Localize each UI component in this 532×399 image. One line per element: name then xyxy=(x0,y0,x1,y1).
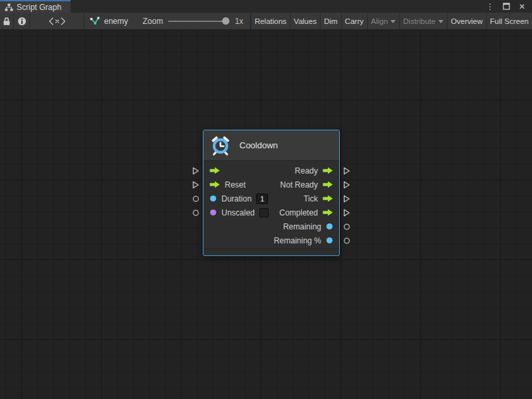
node-footer xyxy=(203,249,339,255)
tab-script-graph[interactable]: Script Graph xyxy=(0,0,70,13)
output-port-completed: Completed xyxy=(279,208,333,217)
toolbar-button-distribute[interactable]: Distribute xyxy=(399,13,447,29)
external-flow-output-port[interactable] xyxy=(343,194,350,203)
chevron-down-icon xyxy=(390,20,396,23)
external-flow-input-port[interactable] xyxy=(192,180,200,189)
external-flow-output-port[interactable] xyxy=(343,166,350,175)
flow-input-port-icon[interactable] xyxy=(209,181,220,188)
node-title: Cooldown xyxy=(239,140,278,150)
flow-output-port-icon[interactable] xyxy=(323,209,333,216)
toolbar-button-carry[interactable]: Carry xyxy=(341,13,367,29)
port-label: Reset xyxy=(225,180,245,190)
output-port-ready: Ready xyxy=(295,166,333,176)
window-close-icon[interactable]: ✕ xyxy=(517,2,527,11)
external-value-output-port[interactable] xyxy=(343,223,350,230)
value-input-port-icon[interactable] xyxy=(209,209,217,216)
external-value-input-port[interactable] xyxy=(192,209,200,216)
toolbar-button-label: Dim xyxy=(324,17,337,25)
info-circle-icon xyxy=(17,17,27,26)
flow-output-port-icon[interactable] xyxy=(323,195,333,202)
graph-breadcrumb[interactable]: enemy xyxy=(84,13,134,29)
port-row: Remaining xyxy=(203,219,339,233)
port-label: Duration xyxy=(221,194,251,203)
zoom-slider[interactable] xyxy=(168,17,229,25)
window-menu-icon[interactable]: ⋮ xyxy=(485,2,495,11)
external-value-output-port[interactable] xyxy=(343,237,350,244)
info-button[interactable] xyxy=(14,13,30,29)
port-row: Ready xyxy=(203,164,339,178)
external-value-input-port[interactable] xyxy=(192,195,200,202)
tab-bar: Script Graph ⋮ ✕ xyxy=(0,0,532,13)
toolbar-buttons: RelationsValuesDimCarryAlignDistributeOv… xyxy=(251,13,532,29)
zoom-control: Zoom 1x xyxy=(135,13,251,29)
flow-output-port-icon[interactable] xyxy=(323,181,333,188)
port-label: Remaining xyxy=(283,222,321,231)
port-label: Tick xyxy=(303,194,318,203)
value-input-port-icon[interactable] xyxy=(209,195,217,202)
graph-edges-icon xyxy=(90,17,100,25)
external-flow-output-port[interactable] xyxy=(343,208,350,217)
input-port-reset: Reset xyxy=(209,180,245,190)
output-port-remaining-: Remaining % xyxy=(274,236,333,245)
zoom-slider-handle[interactable] xyxy=(222,17,229,25)
inspect-code-button[interactable] xyxy=(30,13,84,29)
port-row: Remaining % xyxy=(203,233,339,247)
input-port-duration: Duration1 xyxy=(209,194,268,204)
zoom-slider-track xyxy=(168,21,229,22)
window-maximize-icon[interactable] xyxy=(501,2,511,11)
node-ports: ReadyResetNot ReadyDuration1TickUnscaled… xyxy=(203,161,339,247)
toolbar-button-label: Full Screen xyxy=(490,17,529,25)
toolbar-button-label: Overview xyxy=(451,17,483,25)
toolbar-button-label: Relations xyxy=(255,17,287,25)
port-row: UnscaledCompleted xyxy=(203,205,339,219)
output-port-remaining: Remaining xyxy=(283,222,333,231)
cooldown-node[interactable]: Cooldown ReadyResetNot ReadyDuration1Tic… xyxy=(203,130,340,256)
graph-toolbar: enemy Zoom 1x RelationsValuesDimCarryAli… xyxy=(0,13,532,30)
input-port-unscaled: Unscaled xyxy=(209,208,269,217)
padlock-icon xyxy=(3,17,11,26)
port-row: Duration1Tick xyxy=(203,192,339,205)
toolbar-button-label: Align xyxy=(371,17,388,25)
toolbar-button-align[interactable]: Align xyxy=(367,13,400,29)
port-label: Remaining % xyxy=(274,236,321,245)
toolbar-button-dim[interactable]: Dim xyxy=(320,13,340,29)
alarm-clock-icon xyxy=(210,135,231,156)
toolbar-button-values[interactable]: Values xyxy=(290,13,320,29)
value-output-port-icon[interactable] xyxy=(326,223,333,230)
external-flow-input-port[interactable] xyxy=(192,166,200,175)
input-port-invoke xyxy=(209,167,220,174)
graph-canvas[interactable]: Cooldown ReadyResetNot ReadyDuration1Tic… xyxy=(0,30,532,399)
flow-input-port-icon[interactable] xyxy=(209,167,220,174)
toolbar-button-label: Carry xyxy=(345,17,364,25)
chevron-down-icon xyxy=(438,20,444,23)
toolbar-button-overview[interactable]: Overview xyxy=(447,13,486,29)
window-controls: ⋮ ✕ xyxy=(485,0,532,13)
zoom-label: Zoom xyxy=(135,17,164,26)
output-port-tick: Tick xyxy=(303,194,333,203)
port-label: Completed xyxy=(279,208,318,217)
value-output-port-icon[interactable] xyxy=(326,237,333,244)
external-flow-output-port[interactable] xyxy=(343,180,350,189)
lock-button[interactable] xyxy=(0,13,14,29)
angle-brackets-x-icon xyxy=(49,17,66,25)
node-header[interactable]: Cooldown xyxy=(203,130,339,161)
output-port-not-ready: Not Ready xyxy=(280,180,333,190)
toolbar-button-full-screen[interactable]: Full Screen xyxy=(486,13,532,29)
port-label: Unscaled xyxy=(221,208,255,217)
unscaled-checkbox[interactable] xyxy=(259,208,269,217)
port-row: ResetNot Ready xyxy=(203,178,339,192)
toolbar-button-relations[interactable]: Relations xyxy=(251,13,290,29)
flow-output-port-icon[interactable] xyxy=(323,167,333,174)
tab-label: Script Graph xyxy=(17,3,61,12)
duration-value-input[interactable]: 1 xyxy=(256,194,268,204)
zoom-value: 1x xyxy=(235,17,243,26)
graph-name: enemy xyxy=(104,17,128,26)
toolbar-button-label: Values xyxy=(294,17,317,25)
port-label: Ready xyxy=(295,166,318,176)
toolbar-button-label: Distribute xyxy=(403,17,436,25)
graph-hierarchy-icon xyxy=(5,3,13,11)
port-label: Not Ready xyxy=(280,180,318,190)
